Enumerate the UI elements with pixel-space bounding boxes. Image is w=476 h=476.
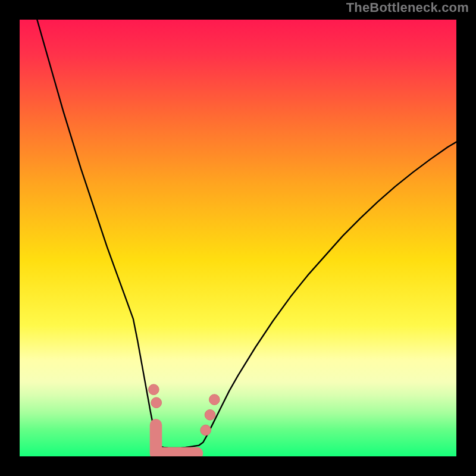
chart-container: TheBottleneck.com [0, 0, 476, 476]
gradient-bg [20, 20, 456, 456]
plot-area [20, 20, 456, 456]
data-marker [151, 397, 162, 408]
data-marker [205, 409, 215, 420]
attribution-text: TheBottleneck.com [346, 0, 469, 15]
data-marker [209, 394, 220, 405]
data-marker [201, 425, 211, 436]
chart-svg [20, 20, 456, 456]
data-marker [149, 384, 159, 395]
